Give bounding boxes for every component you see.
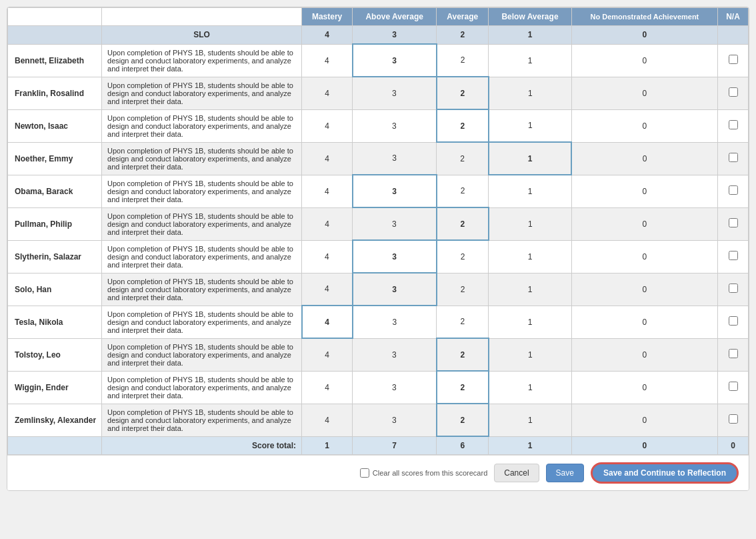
score-cell-below_average[interactable]: 1 [489, 44, 572, 77]
na-cell [718, 142, 749, 175]
table-row: Newton, IsaacUpon completion of PHYS 1B,… [8, 109, 749, 142]
na-cell [718, 338, 749, 371]
score-cell-average[interactable]: 2 [437, 404, 489, 436]
score-cell-mastery[interactable]: 4 [302, 306, 353, 338]
score-cell-average[interactable]: 2 [437, 338, 489, 371]
score-cell-average[interactable]: 2 [437, 175, 489, 207]
footer: Clear all scores from this scorecard Can… [7, 455, 749, 490]
score-cell-mastery[interactable]: 4 [302, 207, 353, 240]
score-val-above: 3 [353, 26, 437, 45]
score-cell-average[interactable]: 2 [437, 306, 489, 338]
na-checkbox[interactable] [729, 55, 738, 64]
score-cell-above_average[interactable]: 3 [353, 142, 437, 175]
score-cell-average[interactable]: 2 [437, 371, 489, 404]
student-name: Noether, Emmy [8, 142, 102, 175]
score-cell-below_average[interactable]: 1 [489, 207, 572, 240]
save-button[interactable]: Save [546, 464, 584, 482]
score-cell-no_demonstrated[interactable]: 0 [571, 371, 717, 404]
na-checkbox[interactable] [729, 349, 738, 358]
slo-text: Upon completion of PHYS 1B, students sho… [102, 175, 302, 207]
score-cell-mastery[interactable]: 4 [302, 109, 353, 142]
score-cell-average[interactable]: 2 [437, 207, 489, 240]
score-cell-below_average[interactable]: 1 [489, 404, 572, 436]
score-cell-mastery[interactable]: 4 [302, 77, 353, 109]
na-cell [718, 44, 749, 77]
student-name: Tolstoy, Leo [8, 338, 102, 371]
score-cell-below_average[interactable]: 1 [489, 175, 572, 207]
score-cell-above_average[interactable]: 3 [353, 109, 437, 142]
na-checkbox[interactable] [729, 414, 738, 424]
score-cell-no_demonstrated[interactable]: 0 [571, 142, 717, 175]
score-cell-average[interactable]: 2 [437, 273, 489, 306]
scores-table: Mastery Above Average Average Below Aver… [7, 7, 749, 455]
score-val-average: 2 [437, 26, 489, 45]
empty-header-2 [102, 8, 302, 26]
score-cell-no_demonstrated[interactable]: 0 [571, 306, 717, 338]
score-cell-average[interactable]: 2 [437, 142, 489, 175]
score-cell-below_average[interactable]: 1 [489, 273, 572, 306]
score-cell-above_average[interactable]: 3 [353, 207, 437, 240]
score-cell-no_demonstrated[interactable]: 0 [571, 207, 717, 240]
score-cell-below_average[interactable]: 1 [489, 142, 572, 175]
score-total-none: 0 [571, 436, 717, 455]
score-cell-below_average[interactable]: 1 [489, 240, 572, 273]
score-cell-no_demonstrated[interactable]: 0 [571, 109, 717, 142]
score-val-mastery: 4 [302, 26, 353, 45]
score-cell-above_average[interactable]: 3 [353, 306, 437, 338]
score-cell-above_average[interactable]: 3 [353, 338, 437, 371]
slo-text: Upon completion of PHYS 1B, students sho… [102, 240, 302, 273]
score-cell-average[interactable]: 2 [437, 109, 489, 142]
score-cell-above_average[interactable]: 3 [353, 273, 437, 306]
score-cell-mastery[interactable]: 4 [302, 338, 353, 371]
na-checkbox[interactable] [729, 316, 738, 326]
table-row: Slytherin, SalazarUpon completion of PHY… [8, 240, 749, 273]
score-cell-mastery[interactable]: 4 [302, 404, 353, 436]
na-checkbox[interactable] [729, 87, 738, 97]
score-total-label: Score total: [102, 436, 302, 455]
score-cell-no_demonstrated[interactable]: 0 [571, 175, 717, 207]
score-cell-no_demonstrated[interactable]: 0 [571, 338, 717, 371]
save-continue-button[interactable]: Save and Continue to Reflection [591, 462, 739, 484]
na-checkbox[interactable] [729, 153, 738, 162]
score-cell-no_demonstrated[interactable]: 0 [571, 404, 717, 436]
score-cell-mastery[interactable]: 4 [302, 175, 353, 207]
na-checkbox[interactable] [729, 251, 738, 260]
na-checkbox[interactable] [729, 218, 738, 227]
score-cell-below_average[interactable]: 1 [489, 306, 572, 338]
na-cell [718, 240, 749, 273]
slo-label-empty [8, 26, 102, 45]
score-cell-above_average[interactable]: 3 [353, 44, 437, 77]
score-cell-average[interactable]: 2 [437, 77, 489, 109]
score-cell-above_average[interactable]: 3 [353, 175, 437, 207]
score-cell-mastery[interactable]: 4 [302, 44, 353, 77]
score-cell-no_demonstrated[interactable]: 0 [571, 44, 717, 77]
na-checkbox[interactable] [729, 382, 738, 391]
score-cell-below_average[interactable]: 1 [489, 77, 572, 109]
score-total-row: Score total: 1 7 6 1 0 0 [8, 436, 749, 455]
score-cell-below_average[interactable]: 1 [489, 109, 572, 142]
score-cell-average[interactable]: 2 [437, 240, 489, 273]
slo-text: Upon completion of PHYS 1B, students sho… [102, 44, 302, 77]
na-checkbox[interactable] [729, 284, 738, 293]
na-checkbox[interactable] [729, 185, 738, 195]
score-cell-below_average[interactable]: 1 [489, 371, 572, 404]
score-cell-above_average[interactable]: 3 [353, 240, 437, 273]
clear-scores-label: Clear all scores from this scorecard [373, 469, 487, 477]
score-cell-no_demonstrated[interactable]: 0 [571, 240, 717, 273]
score-cell-no_demonstrated[interactable]: 0 [571, 273, 717, 306]
score-cell-mastery[interactable]: 4 [302, 240, 353, 273]
score-cell-mastery[interactable]: 4 [302, 142, 353, 175]
score-cell-above_average[interactable]: 3 [353, 404, 437, 436]
score-cell-average[interactable]: 2 [437, 44, 489, 77]
score-cell-mastery[interactable]: 4 [302, 371, 353, 404]
na-checkbox[interactable] [729, 120, 738, 129]
score-cell-above_average[interactable]: 3 [353, 77, 437, 109]
cancel-button[interactable]: Cancel [494, 464, 539, 482]
na-cell [718, 273, 749, 306]
score-cell-mastery[interactable]: 4 [302, 273, 353, 306]
score-cell-above_average[interactable]: 3 [353, 371, 437, 404]
score-cell-below_average[interactable]: 1 [489, 338, 572, 371]
clear-scores-checkbox[interactable] [360, 468, 369, 478]
score-cell-no_demonstrated[interactable]: 0 [571, 77, 717, 109]
table-row: Solo, HanUpon completion of PHYS 1B, stu… [8, 273, 749, 306]
